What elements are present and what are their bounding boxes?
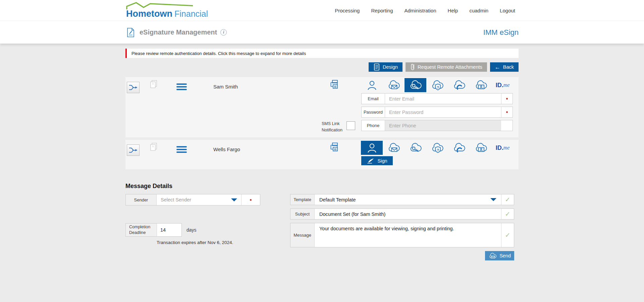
email-field[interactable] <box>385 94 501 104</box>
phone-required-cell <box>501 120 513 131</box>
required-dot-icon <box>506 111 508 113</box>
idme-logo-suffix: me <box>503 82 510 88</box>
sign-button[interactable]: Sign <box>361 156 393 165</box>
phone-field[interactable] <box>385 120 501 131</box>
nav-user-cuadmin[interactable]: cuadmin <box>469 8 488 13</box>
chevron-down-icon <box>231 198 237 201</box>
remote-auth-form: Email Password Phone <box>361 93 513 133</box>
merge-recipient-button[interactable] <box>127 144 140 156</box>
auth-remote-email-icon[interactable] <box>383 141 405 155</box>
design-button-label: Design <box>383 64 398 70</box>
sender-required-cell <box>241 194 260 205</box>
password-required-cell <box>501 107 513 117</box>
brand-name: HometownFinancial <box>126 9 208 19</box>
back-button[interactable]: ← Back <box>490 62 519 72</box>
auth-idme-button[interactable]: ID.me <box>492 141 514 155</box>
auth-in-person-icon[interactable] <box>361 78 383 92</box>
alert-message[interactable]: Please review remote authentication deta… <box>125 49 519 58</box>
document-count-icon[interactable]: 1 <box>149 79 158 90</box>
auth-method-strip: ? ID.me <box>361 141 515 155</box>
merge-arrow-icon <box>128 146 138 155</box>
message-valid-check-icon: ✓ <box>501 223 514 247</box>
template-valid-check-icon: ✓ <box>501 194 514 205</box>
auth-remote-password-icon[interactable] <box>405 141 426 155</box>
password-row: Password <box>361 107 513 118</box>
message-label: Message <box>290 223 315 247</box>
template-value: Default Template <box>319 197 356 202</box>
auth-remote-phone-icon[interactable] <box>448 78 470 92</box>
subject-field[interactable] <box>315 209 501 219</box>
completion-deadline-field[interactable] <box>157 224 181 236</box>
merge-arrow-icon <box>128 83 138 92</box>
merge-recipient-button[interactable] <box>127 82 140 93</box>
send-cloud-mail-icon <box>488 252 497 259</box>
print-icon[interactable] <box>329 79 341 90</box>
print-icon[interactable] <box>329 142 341 153</box>
request-remote-attachments-button[interactable]: Request Remote Attachments <box>406 62 487 72</box>
auth-remote-phone-icon[interactable] <box>448 141 470 155</box>
info-icon[interactable]: i <box>220 29 227 36</box>
auth-remote-security-question-icon[interactable]: ? <box>426 141 448 155</box>
recipient-name: Sam Smith <box>213 84 238 89</box>
sms-link-notification-checkbox[interactable] <box>346 121 355 130</box>
content-area: Please review remote authentication deta… <box>125 49 519 260</box>
template-dropdown[interactable]: Default Template <box>315 194 501 205</box>
template-row: Template Default Template ✓ <box>290 194 514 205</box>
message-details-form: Sender Select Sender Completion Deadline… <box>125 194 519 260</box>
paperclip-icon <box>410 63 415 71</box>
quill-pen-icon <box>367 158 375 164</box>
email-label: Email <box>362 94 385 104</box>
idme-logo-suffix: me <box>503 145 510 151</box>
reorder-handle-icon[interactable] <box>176 83 187 90</box>
template-label: Template <box>290 194 315 205</box>
auth-remote-email-icon[interactable] <box>383 78 405 92</box>
chevron-down-icon <box>490 198 496 201</box>
nav-logout[interactable]: Logout <box>500 8 515 13</box>
auth-method-strip: ? ID.me <box>361 78 515 92</box>
svg-text:?: ? <box>437 86 439 89</box>
title-bar: eSignature Management i IMM eSign <box>0 21 644 44</box>
email-required-cell <box>501 94 513 104</box>
nav-processing[interactable]: Processing <box>335 8 360 13</box>
sign-button-label: Sign <box>377 158 387 164</box>
message-details-heading: Message Details <box>125 183 519 190</box>
message-row: Message Your documents are available for… <box>290 223 514 247</box>
subject-label: Subject <box>290 209 315 219</box>
send-button-label: Send <box>499 253 511 258</box>
svg-text:1: 1 <box>152 145 154 148</box>
svg-text:1: 1 <box>152 82 154 85</box>
brand-name-text: Hometown <box>126 9 172 19</box>
design-button[interactable]: Design <box>369 62 402 72</box>
message-field[interactable]: Your documents are available for viewing… <box>315 223 501 247</box>
password-label: Password <box>362 107 385 117</box>
auth-remote-id-verification-icon[interactable] <box>470 78 492 92</box>
send-button[interactable]: Send <box>485 251 514 260</box>
auth-in-person-icon[interactable] <box>361 141 383 155</box>
sms-link-notification-label: SMS Link Notification <box>322 121 342 134</box>
sender-dropdown[interactable]: Select Sender <box>157 194 241 205</box>
auth-remote-id-verification-icon[interactable] <box>470 141 492 155</box>
brand-suffix-text: Financial <box>174 9 208 18</box>
message-details-right-column: Template Default Template ✓ Subject ✓ Me… <box>290 194 519 260</box>
action-toolbar: Design Request Remote Attachments ← Back <box>125 62 519 72</box>
product-name: IMM eSign <box>483 28 519 37</box>
nav-help[interactable]: Help <box>448 8 458 13</box>
auth-remote-security-question-icon[interactable]: ? <box>426 78 448 92</box>
recipient-row-sam-smith: 1 Sam Smith ? ID.me Email <box>125 77 519 137</box>
brand-logo[interactable]: HometownFinancial <box>125 1 226 20</box>
idme-logo: ID. <box>496 144 503 152</box>
reorder-handle-icon[interactable] <box>176 146 187 153</box>
message-details-left-column: Sender Select Sender Completion Deadline… <box>125 194 290 245</box>
completion-deadline-row: Completion Deadline days <box>125 223 290 237</box>
password-field[interactable] <box>385 107 501 117</box>
email-row: Email <box>361 93 513 104</box>
document-count-icon[interactable]: 1 <box>149 142 158 153</box>
page-title: eSignature Management <box>140 28 217 36</box>
phone-row: Phone <box>361 120 513 131</box>
design-doc-icon <box>373 63 380 71</box>
send-row: Send <box>290 251 514 260</box>
nav-reporting[interactable]: Reporting <box>371 8 393 13</box>
nav-administration[interactable]: Administration <box>405 8 436 13</box>
auth-idme-button[interactable]: ID.me <box>492 78 514 92</box>
auth-remote-password-icon[interactable] <box>405 78 426 92</box>
